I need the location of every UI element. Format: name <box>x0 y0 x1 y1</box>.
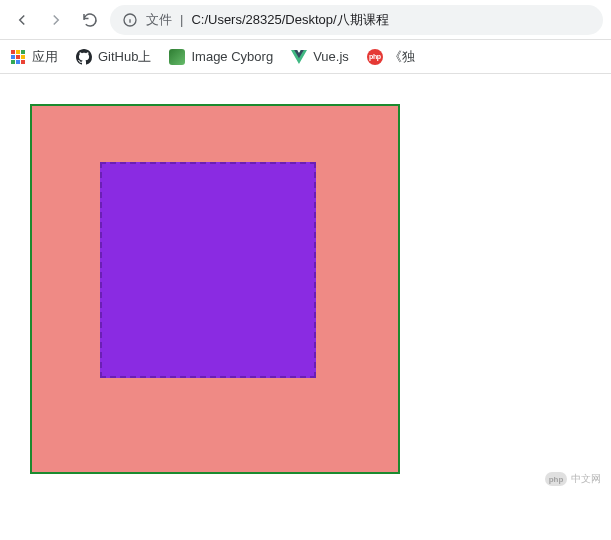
address-bar[interactable]: 文件 | C:/Users/28325/Desktop/八期课程 <box>110 5 603 35</box>
bookmark-vuejs[interactable]: Vue.js <box>291 49 349 65</box>
bookmark-image-cyborg[interactable]: Image Cyborg <box>169 49 273 65</box>
arrow-right-icon <box>47 11 65 29</box>
url-prefix: 文件 <box>146 11 172 29</box>
reload-button[interactable] <box>76 6 104 34</box>
info-icon <box>122 12 138 28</box>
bookmark-label: Image Cyborg <box>191 49 273 64</box>
bookmark-apps[interactable]: 应用 <box>10 48 58 66</box>
watermark-text: 中文网 <box>571 472 601 486</box>
url-separator: | <box>180 12 183 27</box>
apps-icon <box>10 49 26 65</box>
php-icon: php <box>367 49 383 65</box>
forward-button[interactable] <box>42 6 70 34</box>
bookmark-label: 应用 <box>32 48 58 66</box>
back-button[interactable] <box>8 6 36 34</box>
watermark: php 中文网 <box>545 472 601 486</box>
bookmark-github[interactable]: GitHub上 <box>76 48 151 66</box>
bookmarks-bar: 应用 GitHub上 Image Cyborg Vue.js php 《独 <box>0 40 611 74</box>
bookmark-label: 《独 <box>389 48 415 66</box>
bookmark-php[interactable]: php 《独 <box>367 48 415 66</box>
bookmark-label: GitHub上 <box>98 48 151 66</box>
arrow-left-icon <box>13 11 31 29</box>
url-path: C:/Users/28325/Desktop/八期课程 <box>191 11 388 29</box>
reload-icon <box>81 11 99 29</box>
php-badge-icon: php <box>545 472 567 486</box>
page-content: php 中文网 <box>0 74 611 474</box>
browser-toolbar: 文件 | C:/Users/28325/Desktop/八期课程 <box>0 0 611 40</box>
inner-box <box>100 162 316 378</box>
github-icon <box>76 49 92 65</box>
outer-box <box>30 104 400 474</box>
bookmark-label: Vue.js <box>313 49 349 64</box>
vue-icon <box>291 49 307 65</box>
cyborg-icon <box>169 49 185 65</box>
